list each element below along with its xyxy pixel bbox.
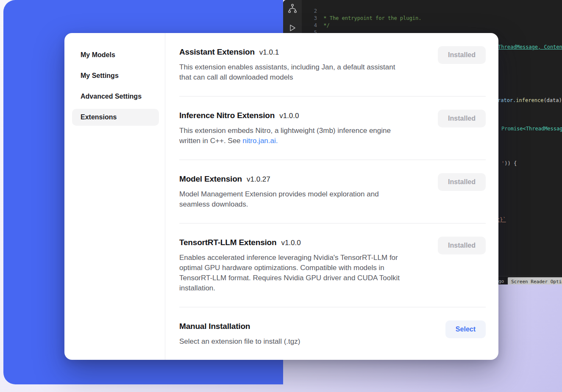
settings-sidebar: My Models My Settings Advanced Settings … — [64, 33, 165, 360]
extensions-panel: Assistant Extension v1.0.1 This extensio… — [165, 33, 498, 360]
code-identifier: rator. — [498, 97, 516, 103]
code-line: 5 // Web / extension runtime — [283, 22, 562, 29]
extension-row: Model Extension v1.0.27 Model Management… — [179, 160, 486, 224]
extension-version: v1.0.0 — [281, 239, 300, 247]
extension-title: Inference Nitro Extension — [179, 111, 275, 120]
code-punct: (data)); — [543, 97, 562, 103]
code-line: 2 * The entrypoint for the plugin. — [283, 0, 562, 8]
manual-installation-description: Select an extension file to install (.tg… — [179, 337, 427, 347]
installed-button[interactable]: Installed — [438, 237, 486, 254]
screen-reader-status-chip[interactable]: Screen Reader Optimized — [508, 277, 562, 284]
select-file-button[interactable]: Select — [445, 320, 486, 338]
installed-button[interactable]: Installed — [438, 173, 486, 191]
code-fragment: rator.inference(data)); — [498, 97, 562, 104]
extension-version: v1.0.27 — [247, 175, 270, 184]
extension-description: Enables accelerated inference leveraging… — [179, 253, 427, 293]
extension-version: v1.0.1 — [259, 48, 279, 57]
sidebar-item-my-settings[interactable]: My Settings — [72, 67, 159, 84]
extension-info: Inference Nitro Extension v1.0.0 This ex… — [179, 111, 427, 146]
sidebar-item-extensions[interactable]: Extensions — [72, 109, 159, 126]
settings-modal: My Models My Settings Advanced Settings … — [64, 33, 498, 360]
extension-title: Model Extension — [179, 174, 242, 184]
extension-title: TensortRT-LLM Extension — [179, 238, 276, 247]
code-line: 4 — [283, 15, 562, 22]
extension-info: Assistant Extension v1.0.1 This extensio… — [179, 47, 427, 83]
installed-button[interactable]: Installed — [438, 110, 486, 127]
description-text: This extension embeds Nitro, a lightweig… — [179, 127, 391, 145]
extension-info: Model Extension v1.0.27 Model Management… — [179, 174, 427, 210]
extension-row: Assistant Extension v1.0.1 This extensio… — [179, 33, 486, 97]
sidebar-item-advanced-settings[interactable]: Advanced Settings — [72, 88, 159, 105]
extension-description: Model Management Extension provides mode… — [179, 189, 427, 210]
extension-title: Assistant Extension — [179, 47, 255, 57]
extension-version: v1.0.0 — [279, 112, 299, 120]
sidebar-item-my-models[interactable]: My Models — [72, 47, 159, 63]
code-punct: )) { — [504, 160, 517, 166]
installed-button[interactable]: Installed — [438, 46, 486, 64]
manual-installation-title: Manual Installation — [179, 322, 250, 331]
extension-row: TensortRT-LLM Extension v1.0.0 Enables a… — [179, 224, 486, 307]
manual-installation-row: Manual Installation Select an extension … — [179, 307, 486, 360]
status-text: go — [498, 278, 504, 284]
extension-row: Inference Nitro Extension v1.0.0 This ex… — [179, 97, 486, 160]
code-fragment: ')) { — [501, 160, 517, 167]
extension-description: This extension enables assistants, inclu… — [179, 62, 427, 83]
extension-description: This extension embeds Nitro, a lightweig… — [179, 126, 427, 146]
extension-info: Manual Installation Select an extension … — [179, 322, 427, 347]
nitro-link[interactable]: nitro.jan.ai. — [242, 137, 278, 145]
extension-info: TensortRT-LLM Extension v1.0.0 Enables a… — [179, 238, 427, 293]
code-line: 3 */ — [283, 8, 562, 15]
desktop-canvas: 2 * The entrypoint for the plugin. 3 */ … — [0, 0, 562, 392]
code-fragment: Promise<ThreadMessage> — [501, 125, 562, 133]
code-method: inference — [516, 97, 543, 103]
